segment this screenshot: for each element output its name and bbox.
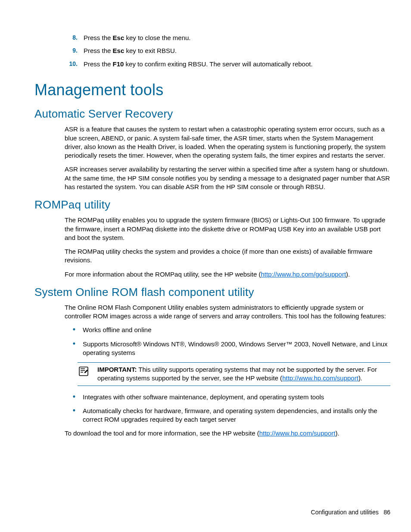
bullet-text: Integrates with other software maintenan… — [83, 393, 390, 401]
step-number: 10. — [64, 60, 78, 68]
step-number: 8. — [64, 34, 78, 42]
numbered-steps: 8. Press the Esc key to close the menu. … — [34, 34, 390, 68]
bullet-text: Automatically checks for hardware, firmw… — [83, 407, 390, 424]
bullet-icon: • — [70, 326, 78, 334]
bullet-icon: • — [70, 407, 78, 424]
rompaq-paragraph: The ROMPaq utility checks the system and… — [65, 247, 390, 265]
heading-rompaq: ROMPaq utility — [34, 197, 390, 212]
rompaq-paragraph: The ROMPaq utility enables you to upgrad… — [65, 216, 390, 242]
asr-paragraph: ASR is a feature that causes the system … — [65, 125, 390, 160]
step-number: 9. — [64, 47, 78, 55]
footer-page-number: 86 — [383, 509, 390, 516]
flash-bullets: • Works offline and online • Supports Mi… — [65, 326, 390, 357]
page-footer: Configuration and utilities 86 — [311, 508, 390, 516]
footer-section: Configuration and utilities — [311, 509, 379, 516]
step-text: Press the Esc key to close the menu. — [84, 34, 390, 42]
important-message: IMPORTANT: This utility supports operati… — [97, 365, 390, 383]
bullet-text: Supports Microsoft® Windows NT®, Windows… — [83, 340, 390, 358]
asr-paragraph: ASR increases server availability by res… — [65, 165, 390, 191]
heading-flash-utility: System Online ROM flash component utilit… — [34, 285, 390, 300]
step-text: Press the F10 key to confirm exiting RBS… — [84, 60, 390, 68]
important-note: IMPORTANT: This utility supports operati… — [78, 362, 390, 386]
hp-support-link[interactable]: http://www.hp.com/go/support — [261, 271, 346, 278]
hp-support-link[interactable]: http://www.hp.com/support — [259, 429, 336, 437]
bullet-icon: • — [70, 393, 78, 401]
flash-bullets: • Integrates with other software mainten… — [65, 393, 390, 424]
flash-intro: The Online ROM Flash Component Utility e… — [65, 303, 390, 321]
heading-management-tools: Management tools — [34, 80, 390, 101]
heading-asr: Automatic Server Recovery — [34, 106, 390, 121]
note-icon — [78, 365, 97, 383]
rompaq-paragraph: For more information about the ROMPaq ut… — [65, 270, 390, 279]
step-text: Press the Esc key to exit RBSU. — [84, 47, 390, 55]
bullet-icon: • — [70, 340, 78, 358]
bullet-text: Works offline and online — [83, 326, 390, 334]
hp-support-link[interactable]: http://www.hp.com/support — [282, 374, 358, 382]
flash-outro: To download the tool and for more inform… — [65, 429, 390, 438]
